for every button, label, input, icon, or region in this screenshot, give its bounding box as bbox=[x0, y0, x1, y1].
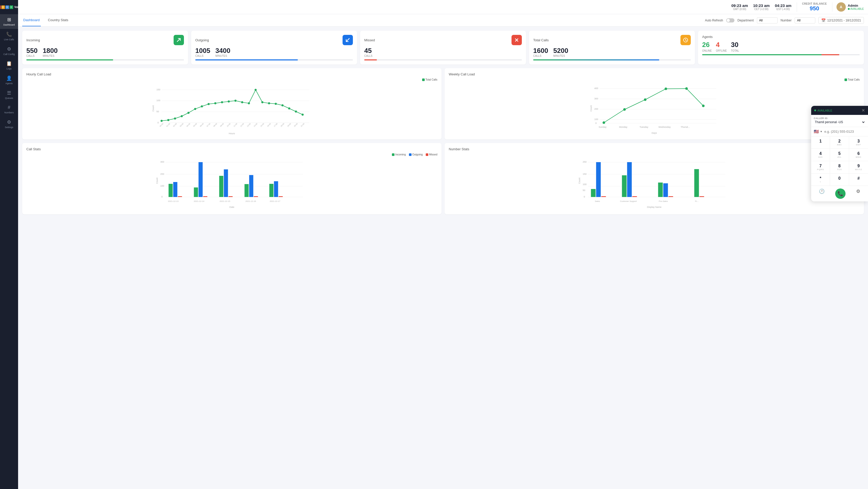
missed-bar-fill bbox=[364, 59, 377, 60]
auto-refresh-toggle[interactable] bbox=[726, 18, 735, 23]
svg-text:00:00: 00:00 bbox=[159, 123, 163, 127]
svg-text:Fr...: Fr... bbox=[695, 200, 699, 202]
dialer-status-dot bbox=[814, 109, 816, 111]
callconfig-icon: ⚙ bbox=[7, 46, 11, 52]
sidebar-item-numbers[interactable]: # Numbers bbox=[0, 102, 18, 117]
dialer-header: AVAILABLE ✕ bbox=[811, 106, 868, 115]
outgoing-title: Outgoing bbox=[195, 38, 209, 42]
call-stats-area: 300 200 100 0 bbox=[26, 158, 437, 210]
svg-point-20 bbox=[235, 100, 237, 102]
tz-label-cet: CET (+2:00) bbox=[753, 8, 770, 10]
dial-key-2[interactable]: 2ABC bbox=[830, 136, 849, 149]
call-button[interactable]: 📞 bbox=[835, 189, 845, 199]
svg-text:14:00: 14:00 bbox=[253, 123, 257, 127]
svg-point-9 bbox=[161, 120, 163, 122]
dial-key-5[interactable]: 5JKL bbox=[830, 149, 849, 161]
svg-text:Monday: Monday bbox=[619, 126, 627, 128]
svg-text:400: 400 bbox=[594, 87, 598, 90]
incoming-minutes-label: MINUTES bbox=[43, 55, 58, 57]
timezone-cet: 10:23 am CET (+2:00) bbox=[753, 3, 770, 10]
hourly-chart-area: 150 100 50 0 bbox=[26, 83, 437, 135]
dial-key-4[interactable]: 4GHI bbox=[811, 149, 830, 161]
incoming-title: Incoming bbox=[26, 38, 40, 42]
missed-title: Missed bbox=[364, 38, 375, 42]
stat-card-agents: Agents 26 ONLINE 4 OFFLINE 30 TOTAL bbox=[698, 31, 864, 65]
dial-key-star[interactable]: *+ bbox=[811, 173, 830, 186]
svg-text:Days: Days bbox=[652, 132, 657, 134]
sidebar-item-agents[interactable]: 👤 Agents bbox=[0, 73, 18, 88]
tab-dashboard[interactable]: Dashboard bbox=[22, 14, 41, 26]
svg-point-15 bbox=[201, 105, 203, 107]
number-label: Number bbox=[781, 19, 792, 22]
dial-key-6[interactable]: 6MNO bbox=[849, 149, 868, 161]
svg-text:Pre-Sales: Pre-Sales bbox=[659, 200, 668, 202]
agents-total-label: TOTAL bbox=[731, 49, 739, 52]
svg-text:Thursd...: Thursd... bbox=[681, 126, 690, 128]
dial-key-7[interactable]: 7PQRS bbox=[811, 161, 830, 173]
missed-bar bbox=[364, 59, 522, 60]
agents-online-val: 26 bbox=[702, 41, 712, 49]
svg-text:0: 0 bbox=[161, 195, 163, 198]
sidebar-item-callconfig[interactable]: ⚙ Call Config bbox=[0, 44, 18, 58]
tab-bar: Dashboard Country Stats Auto Refresh Dep… bbox=[18, 14, 868, 27]
user-info[interactable]: A Admin AVAILABLE bbox=[832, 2, 864, 11]
settings-dialer-icon[interactable]: ⚙ bbox=[856, 189, 860, 199]
svg-text:07:00: 07:00 bbox=[206, 123, 211, 127]
dial-input[interactable] bbox=[824, 130, 868, 133]
bar bbox=[178, 196, 182, 197]
cs-outgoing-color bbox=[409, 153, 411, 156]
number-stats-svg: 250 150 100 50 0 bbox=[449, 158, 860, 209]
svg-text:2021-12-14: 2021-12-14 bbox=[194, 200, 204, 202]
sidebar-item-logs[interactable]: 📋 Logs bbox=[0, 58, 18, 73]
svg-text:Tuesday: Tuesday bbox=[640, 126, 648, 128]
cs-missed-label: Missed bbox=[429, 153, 437, 156]
total-calls-val: 1600 bbox=[533, 47, 548, 54]
svg-point-21 bbox=[241, 101, 243, 103]
weekly-chart-title: Weekly Call Load bbox=[449, 72, 860, 76]
auto-refresh-label: Auto Refresh bbox=[705, 19, 723, 22]
cs-incoming-color bbox=[392, 153, 395, 156]
dial-key-3[interactable]: 3DEF bbox=[849, 136, 868, 149]
ns-bar bbox=[700, 196, 704, 197]
agents-bar bbox=[702, 54, 860, 55]
svg-text:Customer Support: Customer Support bbox=[620, 200, 637, 202]
department-select[interactable]: All bbox=[757, 17, 778, 24]
sidebar-item-queues[interactable]: ☰ Queues bbox=[0, 88, 18, 102]
sidebar-label-livecalls: Live Calls bbox=[4, 38, 14, 41]
dial-key-8[interactable]: 8TUV bbox=[830, 161, 849, 173]
tab-country-stats[interactable]: Country Stats bbox=[47, 14, 69, 26]
svg-point-67 bbox=[644, 98, 647, 101]
sidebar-label-agents: Agents bbox=[5, 82, 13, 85]
recent-calls-icon[interactable]: 🕐 bbox=[819, 189, 825, 199]
svg-text:300: 300 bbox=[594, 97, 598, 100]
agents-online-label: ONLINE bbox=[702, 49, 712, 52]
timezone-est: 04:23 am EST (-4:00) bbox=[775, 3, 791, 10]
svg-point-10 bbox=[167, 119, 169, 121]
number-select[interactable]: All bbox=[795, 17, 815, 24]
dial-key-0[interactable]: 0 bbox=[830, 173, 849, 186]
date-range-picker[interactable]: 📅 12/12/2021 - 18/12/2021 bbox=[818, 17, 864, 24]
tz-label-est: EST (-4:00) bbox=[775, 8, 791, 10]
svg-text:Date: Date bbox=[229, 206, 234, 208]
bar bbox=[203, 196, 208, 197]
svg-point-19 bbox=[228, 100, 230, 102]
dial-key-hash[interactable]: # bbox=[849, 173, 868, 186]
dial-key-9[interactable]: 9WXYZ bbox=[849, 161, 868, 173]
svg-point-18 bbox=[221, 101, 223, 103]
svg-text:2021-12-16: 2021-12-16 bbox=[245, 200, 256, 202]
svg-text:100: 100 bbox=[583, 183, 587, 186]
call-stats-title: Call Stats bbox=[26, 147, 437, 151]
calendar-icon: 📅 bbox=[821, 18, 826, 23]
svg-point-66 bbox=[623, 108, 626, 111]
bar bbox=[274, 181, 278, 197]
sidebar-item-settings[interactable]: ⚙ Settings bbox=[0, 117, 18, 131]
avatar: A bbox=[836, 2, 846, 11]
sidebar-item-livecalls[interactable]: 📞 Live Calls bbox=[0, 29, 18, 44]
sidebar-item-dashboard[interactable]: ⊞ Dashboard bbox=[0, 14, 18, 29]
toggle-knob bbox=[727, 19, 730, 22]
dial-key-1[interactable]: 1 bbox=[811, 136, 830, 149]
caller-id-select[interactable]: Thamil personal -US bbox=[814, 120, 865, 125]
weekly-chart-area: 400 300 200 100 0 bbox=[449, 83, 860, 135]
dialer-close-button[interactable]: ✕ bbox=[862, 108, 865, 113]
dashboard-content: Incoming 550 CALLS 1800 bbox=[18, 27, 868, 489]
